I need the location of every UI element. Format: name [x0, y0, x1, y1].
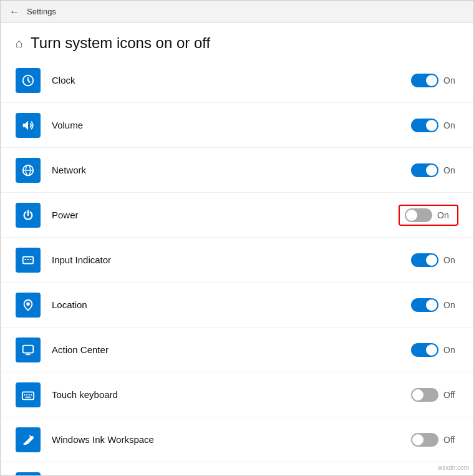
svg-rect-13 [22, 392, 34, 399]
settings-item-location: LocationOn [1, 283, 473, 328]
action-center-toggle-area: On [402, 343, 458, 357]
settings-item-touchpad: TouchpadOff [1, 462, 473, 476]
svg-rect-10 [23, 345, 34, 352]
svg-rect-15 [26, 394, 27, 396]
power-icon-box [16, 203, 41, 228]
input-indicator-toggle[interactable] [411, 253, 438, 267]
settings-item-input-indicator: Input IndicatorOn [1, 238, 473, 283]
network-label: Network [52, 165, 402, 175]
settings-item-volume: VolumeOn [1, 103, 473, 148]
settings-item-action-center: Action CenterOn [1, 328, 473, 372]
action-center-toggle-label: On [443, 345, 458, 355]
volume-icon-box [16, 113, 41, 138]
volume-toggle-area: On [402, 119, 458, 132]
location-toggle-area: On [402, 298, 458, 312]
power-toggle-label: On [437, 210, 452, 220]
svg-rect-7 [27, 259, 29, 260]
touch-keyboard-icon-box [16, 382, 41, 407]
power-label: Power [52, 210, 399, 220]
svg-rect-8 [30, 259, 32, 260]
volume-toggle[interactable] [411, 119, 438, 132]
volume-toggle-label: On [443, 120, 458, 130]
power-toggle[interactable] [405, 208, 432, 222]
touchpad-icon-box [16, 472, 41, 477]
settings-item-clock: ClockOn [1, 58, 473, 103]
action-center-icon-box [16, 338, 41, 362]
back-button[interactable]: ← [9, 6, 19, 17]
volume-label: Volume [52, 120, 402, 130]
svg-rect-18 [25, 396, 31, 397]
page-title: Turn system icons on or off [31, 34, 210, 52]
input-indicator-label: Input Indicator [52, 255, 402, 265]
location-label: Location [52, 299, 402, 310]
svg-rect-6 [25, 259, 27, 260]
touch-keyboard-label: Touch keyboard [52, 389, 402, 400]
touch-keyboard-toggle-area: Off [402, 388, 458, 402]
svg-rect-17 [31, 394, 32, 396]
clock-label: Clock [52, 75, 402, 85]
home-icon[interactable]: ⌂ [16, 36, 23, 51]
svg-point-9 [26, 302, 30, 306]
network-icon-box [16, 158, 41, 183]
clock-icon-box [16, 68, 41, 93]
touch-keyboard-toggle-label: Off [443, 390, 458, 400]
clock-toggle[interactable] [411, 74, 438, 87]
location-toggle[interactable] [411, 298, 438, 312]
windows-ink-icon-box [16, 427, 41, 452]
settings-item-touch-keyboard: Touch keyboardOff [1, 372, 473, 417]
settings-item-power: PowerOn [1, 193, 473, 238]
clock-toggle-label: On [443, 75, 458, 85]
location-toggle-label: On [443, 300, 458, 310]
windows-ink-toggle-area: Off [402, 433, 458, 447]
network-toggle[interactable] [411, 163, 438, 177]
action-center-label: Action Center [52, 344, 402, 355]
input-indicator-toggle-area: On [402, 253, 458, 267]
watermark: wsxdn.com [438, 464, 469, 471]
clock-toggle-area: On [402, 74, 458, 87]
svg-marker-1 [23, 120, 28, 130]
input-indicator-icon-box [16, 248, 41, 273]
titlebar: ← Settings [1, 1, 473, 23]
power-toggle-wrapper: On [399, 205, 458, 226]
svg-rect-14 [24, 394, 26, 396]
windows-ink-toggle-label: Off [443, 435, 458, 445]
network-toggle-label: On [443, 165, 458, 175]
input-indicator-toggle-label: On [443, 255, 458, 265]
settings-list: ClockOnVolumeOnNetworkOnPowerOnInput Ind… [1, 58, 473, 476]
page-header: ⌂ Turn system icons on or off [1, 23, 473, 58]
windows-ink-toggle[interactable] [411, 433, 438, 447]
location-icon-box [16, 293, 41, 318]
touch-keyboard-toggle[interactable] [411, 388, 438, 402]
action-center-toggle[interactable] [411, 343, 438, 357]
titlebar-title: Settings [27, 7, 56, 16]
network-toggle-area: On [402, 163, 458, 177]
svg-rect-16 [29, 394, 30, 396]
settings-item-windows-ink: Windows Ink WorkspaceOff [1, 417, 473, 462]
settings-item-network: NetworkOn [1, 148, 473, 193]
windows-ink-label: Windows Ink Workspace [52, 434, 402, 445]
